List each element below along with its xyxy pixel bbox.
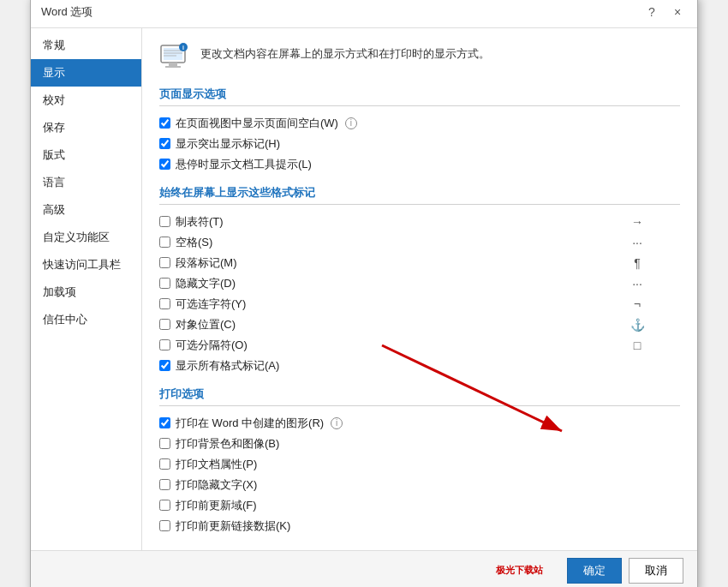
option-hidden_text: 隐藏文字(D)···	[159, 273, 680, 294]
label-update_fields: 打印前更新域(F)	[176, 498, 257, 513]
label-print_bg: 打印背景色和图像(B)	[176, 436, 279, 452]
label-show_markup: 显示突出显示标记(H)	[176, 136, 280, 152]
content-area: i 更改文档内容在屏幕上的显示方式和在打印时的显示方式。 页面显示选项 在页面视…	[142, 28, 697, 550]
dialog-body: 常规显示校对保存版式语言高级自定义功能区快速访问工具栏加载项信任中心 i	[31, 28, 697, 550]
sidebar-item-advanced[interactable]: 高级	[31, 196, 141, 224]
checkbox-show_markup[interactable]	[159, 138, 170, 149]
symbol-optional_hyphens: ¬	[629, 297, 646, 311]
option-tab_chars: 制表符(T)→	[159, 212, 680, 232]
option-show_markup: 显示突出显示标记(H)	[159, 134, 680, 154]
sidebar-item-customize[interactable]: 自定义功能区	[31, 224, 141, 251]
checkbox-update_links[interactable]	[159, 520, 170, 531]
label-optional_breaks: 可选分隔符(O)	[176, 338, 248, 353]
print-options: 打印在 Word 中创建的图形(R)i打印背景色和图像(B)打印文档属性(P)打…	[159, 413, 680, 536]
checkbox-object_anchors[interactable]	[159, 319, 170, 330]
option-print_props: 打印文档属性(P)	[159, 454, 680, 475]
dialog-title: Word 选项	[41, 4, 92, 20]
format-marks-section-title: 始终在屏幕上显示这些格式标记	[159, 185, 680, 205]
svg-rect-1	[164, 48, 182, 60]
info-icon-print_drawings[interactable]: i	[331, 417, 343, 429]
page-display-section-title: 页面显示选项	[159, 87, 680, 106]
svg-rect-6	[165, 66, 181, 68]
label-show_tooltip: 悬停时显示文档工具提示(L)	[176, 157, 312, 172]
sidebar-item-trustcenter[interactable]: 信任中心	[31, 306, 141, 333]
option-update_links: 打印前更新链接数据(K)	[159, 516, 680, 536]
checkbox-optional_hyphens[interactable]	[159, 298, 170, 309]
info-icon-show_whitespace[interactable]: i	[345, 117, 357, 129]
label-print_hidden: 打印隐藏文字(X)	[176, 477, 257, 493]
word-options-dialog: Word 选项 ? × 常规显示校对保存版式语言高级自定义功能区快速访问工具栏加…	[30, 0, 698, 587]
footer: 极光下载站 确定 取消	[31, 550, 697, 588]
sidebar-item-save[interactable]: 保存	[31, 114, 141, 141]
option-all_marks: 显示所有格式标记(A)	[159, 356, 680, 376]
ok-button[interactable]: 确定	[567, 558, 622, 584]
svg-text:i: i	[182, 45, 184, 51]
checkbox-print_props[interactable]	[159, 458, 170, 470]
label-object_anchors: 对象位置(C)	[176, 317, 236, 332]
option-show_tooltip: 悬停时显示文档工具提示(L)	[159, 154, 680, 175]
cancel-button[interactable]: 取消	[629, 558, 683, 584]
display-icon: i	[159, 42, 190, 73]
format-options: 制表符(T)→空格(S)···段落标记(M)¶隐藏文字(D)···可选连字符(Y…	[159, 212, 680, 376]
symbol-tab_chars: →	[629, 215, 646, 229]
print-section-title: 打印选项	[159, 386, 680, 406]
label-all_marks: 显示所有格式标记(A)	[176, 358, 279, 374]
watermark-text: 极光下载站	[496, 564, 543, 577]
help-button[interactable]: ?	[642, 3, 661, 21]
page-options: 在页面视图中显示页面间空白(W)i显示突出显示标记(H)悬停时显示文档工具提示(…	[159, 113, 680, 175]
sidebar-item-language[interactable]: 语言	[31, 169, 141, 196]
option-show_whitespace: 在页面视图中显示页面间空白(W)i	[159, 113, 680, 134]
checkbox-print_drawings[interactable]	[159, 417, 170, 428]
checkbox-update_fields[interactable]	[159, 500, 170, 511]
option-update_fields: 打印前更新域(F)	[159, 495, 680, 516]
label-print_props: 打印文档属性(P)	[176, 457, 257, 472]
symbol-optional_breaks: □	[629, 338, 646, 352]
option-para_marks: 段落标记(M)¶	[159, 253, 680, 273]
option-object_anchors: 对象位置(C)⚓	[159, 314, 680, 335]
option-print_bg: 打印背景色和图像(B)	[159, 434, 680, 454]
checkbox-all_marks[interactable]	[159, 360, 170, 371]
svg-rect-5	[169, 63, 177, 66]
symbol-spaces: ···	[629, 236, 646, 249]
checkbox-print_hidden[interactable]	[159, 479, 170, 490]
label-optional_hyphens: 可选连字符(Y)	[176, 296, 246, 312]
option-print_hidden: 打印隐藏文字(X)	[159, 475, 680, 495]
sidebar-item-display[interactable]: 显示	[31, 59, 141, 87]
checkbox-optional_breaks[interactable]	[159, 339, 170, 350]
content-header: i 更改文档内容在屏幕上的显示方式和在打印时的显示方式。	[159, 42, 680, 73]
checkbox-print_bg[interactable]	[159, 438, 170, 449]
symbol-object_anchors: ⚓	[629, 318, 646, 332]
checkbox-show_tooltip[interactable]	[159, 159, 170, 170]
label-para_marks: 段落标记(M)	[176, 255, 237, 271]
option-spaces: 空格(S)···	[159, 232, 680, 253]
symbol-para_marks: ¶	[629, 256, 646, 270]
option-optional_breaks: 可选分隔符(O)□	[159, 335, 680, 356]
checkbox-hidden_text[interactable]	[159, 278, 170, 289]
close-button[interactable]: ×	[668, 3, 687, 21]
checkbox-spaces[interactable]	[159, 237, 170, 248]
option-optional_hyphens: 可选连字符(Y)¬	[159, 294, 680, 314]
symbol-hidden_text: ···	[629, 277, 646, 291]
sidebar-item-quickaccess[interactable]: 快速访问工具栏	[31, 251, 141, 279]
header-description: 更改文档内容在屏幕上的显示方式和在打印时的显示方式。	[200, 42, 490, 63]
label-tab_chars: 制表符(T)	[176, 214, 224, 230]
sidebar-item-format[interactable]: 版式	[31, 141, 141, 169]
checkbox-show_whitespace[interactable]	[159, 117, 170, 129]
title-bar: Word 选项 ? ×	[31, 0, 697, 28]
label-update_links: 打印前更新链接数据(K)	[176, 518, 290, 534]
label-print_drawings: 打印在 Word 中创建的图形(R)	[176, 416, 324, 431]
label-spaces: 空格(S)	[176, 235, 212, 250]
sidebar-item-addins[interactable]: 加载项	[31, 279, 141, 306]
sidebar: 常规显示校对保存版式语言高级自定义功能区快速访问工具栏加载项信任中心	[31, 28, 142, 550]
sidebar-item-proofing[interactable]: 校对	[31, 87, 141, 114]
title-buttons: ? ×	[642, 3, 687, 21]
checkbox-para_marks[interactable]	[159, 257, 170, 268]
label-show_whitespace: 在页面视图中显示页面间空白(W)	[176, 116, 338, 131]
label-hidden_text: 隐藏文字(D)	[176, 276, 236, 291]
checkbox-tab_chars[interactable]	[159, 216, 170, 227]
sidebar-item-general[interactable]: 常规	[31, 32, 141, 59]
option-print_drawings: 打印在 Word 中创建的图形(R)i	[159, 413, 680, 434]
